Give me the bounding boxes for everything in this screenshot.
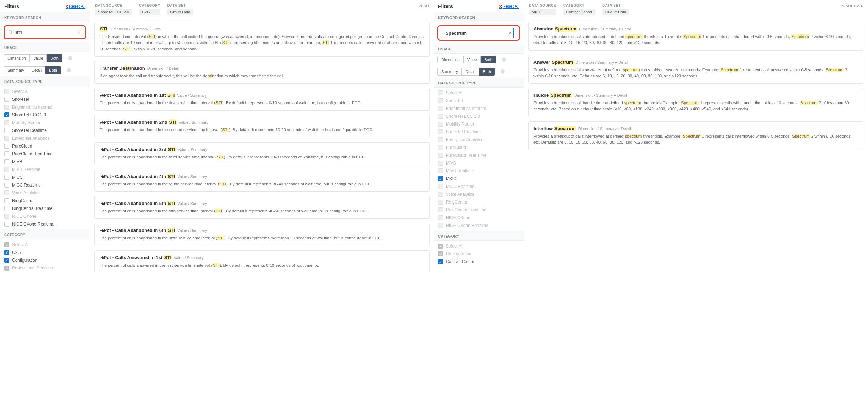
result-description: The Service Time Interval (STI) in which… [100, 34, 424, 52]
checkbox-icon[interactable] [4, 222, 9, 227]
checkbox-icon[interactable] [4, 144, 9, 149]
result-card[interactable]: Handle SpectrumDimension / Summary + Det… [528, 88, 863, 117]
checkbox-item[interactable]: PureCloud [0, 142, 90, 150]
checkbox-icon[interactable] [4, 151, 9, 156]
usage-summary-button[interactable]: Summary [4, 66, 28, 74]
search-box[interactable]: × [4, 25, 86, 39]
checkbox-item[interactable]: MiCC Realtime [0, 181, 90, 189]
result-title: %Pct - Calls Abandoned in 2nd STI [100, 119, 177, 125]
usage-both-button[interactable]: Both [481, 56, 496, 63]
checkbox-item[interactable]: MiCC [0, 173, 90, 181]
category-tag[interactable]: C2G [139, 9, 160, 15]
checkbox-icon [4, 214, 9, 219]
usage-detail-button[interactable]: Detail [28, 66, 45, 74]
checkbox-label: MiVB Realtime [446, 168, 474, 173]
search-box[interactable]: × [437, 25, 520, 41]
checkbox-item[interactable]: MiVB [0, 158, 90, 166]
info-icon[interactable] [501, 69, 505, 74]
checkbox-icon[interactable] [4, 128, 9, 133]
checkbox-icon [438, 200, 443, 205]
checkbox-icon[interactable] [4, 183, 9, 188]
checkbox-item[interactable]: NICE CXone Realtime [0, 220, 90, 228]
checkbox-icon[interactable] [4, 258, 9, 263]
checkbox-item[interactable]: C2G [0, 249, 90, 256]
usage-value-button[interactable]: Value [30, 54, 47, 62]
usage-detail-button[interactable]: Detail [462, 68, 479, 76]
result-card[interactable]: %Pct - Calls Abandoned in 5th STIValue /… [94, 196, 430, 219]
usage-label: USAGE [434, 44, 524, 54]
usage-both2-button[interactable]: Both [45, 66, 61, 74]
result-card[interactable]: Transfer DestinationDimension / DetailIf… [94, 61, 430, 84]
category-tag[interactable]: Contact Center [563, 9, 595, 15]
result-title: Handle Spectrum [533, 93, 572, 98]
checkbox-item[interactable]: ShoreTel ECC 2.0 [0, 111, 90, 119]
result-card[interactable]: %Pct - Calls Abandoned in 3rd STIValue /… [94, 142, 430, 165]
info-icon[interactable] [68, 56, 72, 60]
checkbox-icon[interactable] [4, 206, 9, 211]
checkbox-item: Select All [434, 242, 524, 250]
usage-both-button[interactable]: Both [47, 54, 62, 62]
result-description: Provides a breakout of call handle time … [533, 100, 858, 112]
result-card[interactable]: %Pct - Calls Abandoned in 4th STIValue /… [94, 169, 430, 192]
checkbox-item[interactable]: PureCloud Real Time [0, 150, 90, 158]
checkbox-icon [438, 251, 443, 256]
usage-dimension-button[interactable]: Dimension [4, 54, 30, 62]
checkbox-item[interactable]: RingCentral [0, 197, 90, 205]
results-count: RESU [418, 4, 429, 8]
reset-all-link[interactable]: xReset All [66, 4, 85, 9]
checkbox-icon [4, 105, 9, 110]
checkbox-item[interactable]: MiCC [434, 175, 524, 183]
data-source-tag[interactable]: ShoreTel ECC 2.0 [95, 9, 132, 15]
checkbox-icon[interactable] [4, 198, 9, 203]
checkbox-icon[interactable] [4, 175, 9, 180]
usage-both2-button[interactable]: Both [479, 68, 495, 76]
checkbox-icon [4, 167, 9, 172]
checkbox-icon[interactable] [438, 176, 443, 181]
search-icon [8, 30, 13, 35]
checkbox-label: NICE CXone [446, 215, 470, 220]
result-card[interactable]: Interflow SpectrumDimension / Summary + … [528, 121, 863, 150]
reset-all-link[interactable]: xReset All [499, 4, 519, 9]
checkbox-item: Voice Analytics [0, 189, 90, 197]
result-description: The percent of calls abandoned in the se… [100, 127, 424, 133]
checkbox-item: NICE CXone Realtime [434, 222, 524, 229]
checkbox-label: PureCloud Real Time [446, 153, 486, 158]
clear-search-icon[interactable]: × [76, 29, 82, 35]
data-set-tag[interactable]: Group Data [167, 9, 193, 15]
keyword-search-label: KEYWORD SEARCH [0, 12, 90, 22]
result-card[interactable]: STIDimension / Summary + DetailThe Servi… [94, 22, 430, 57]
info-icon[interactable] [502, 57, 506, 62]
result-meta: Value / Summary [177, 201, 207, 206]
usage-dimension-button[interactable]: Dimension [437, 56, 464, 63]
keyword-search-label: KEYWORD SEARCH [434, 12, 524, 22]
data-set-tag[interactable]: Queue Data [602, 9, 629, 15]
clear-search-icon[interactable]: × [507, 30, 513, 36]
info-icon[interactable] [67, 68, 71, 72]
checkbox-icon [4, 120, 9, 125]
checkbox-icon[interactable] [4, 97, 9, 102]
usage-summary-button[interactable]: Summary [437, 68, 462, 76]
results-right: DATA SOURCEMiCC CATEGORYContact Center D… [524, 0, 868, 277]
result-card[interactable]: Abandon SpectrumDimension / Summary + De… [528, 22, 863, 51]
result-card[interactable]: %Pct - Calls Abandoned in 2nd STIValue /… [94, 115, 430, 138]
checkbox-item[interactable]: Configuration [0, 256, 90, 264]
checkbox-item[interactable]: ShoreTel [0, 95, 90, 103]
checkbox-icon[interactable] [438, 259, 443, 264]
checkbox-item[interactable]: RingCentral Realtime [0, 205, 90, 212]
result-meta: Value / Summary [174, 256, 204, 260]
data-source-tag[interactable]: MiCC [529, 9, 556, 15]
result-card[interactable]: Answer SpectrumDimension / Summary + Det… [528, 55, 863, 84]
result-card[interactable]: %Pct - Calls Abandoned in 1st STIValue /… [94, 88, 430, 111]
search-input[interactable] [15, 30, 76, 35]
search-input[interactable] [446, 30, 505, 36]
checkbox-label: Configuration [446, 251, 471, 256]
result-card[interactable]: %Pct - Calls Abandoned in 6th STIValue /… [94, 223, 430, 246]
usage-value-button[interactable]: Value [464, 56, 481, 63]
checkbox-item[interactable]: ShoreTel Realtime [0, 127, 90, 134]
checkbox-item[interactable]: Contact Center [434, 258, 524, 266]
checkbox-item: ShoreTel ECC 2.0 [434, 112, 524, 120]
result-card[interactable]: %Pct - Calls Answered in 1st STIValue / … [94, 250, 430, 273]
checkbox-icon[interactable] [4, 159, 9, 164]
checkbox-icon[interactable] [4, 112, 9, 117]
checkbox-icon[interactable] [4, 250, 9, 255]
